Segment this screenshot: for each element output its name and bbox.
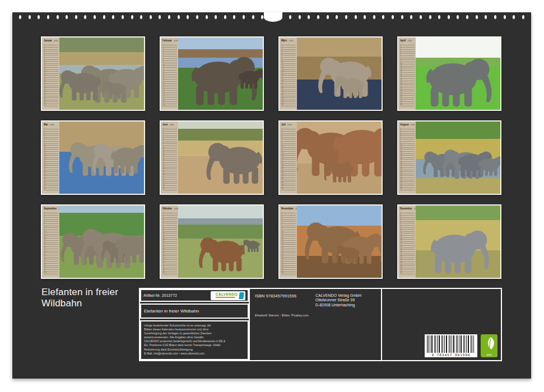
date-lines: 1.2.3.4.5.6.7.8.9.10.11.12.13.14.15.16.1… <box>281 128 296 190</box>
date-column: November 2026 1.2.3.4.5.6.7.8.9.10.11.12… <box>280 206 297 278</box>
month-card-januar: Januar 2026 1.2.3.4.5.6.7.8.9.10.11.12.1… <box>41 36 145 111</box>
month-year: 2026 <box>174 208 178 210</box>
month-photo <box>416 206 500 278</box>
binding-hole <box>94 15 96 19</box>
elephant-icon <box>199 237 245 271</box>
binding-hole <box>410 15 412 19</box>
leaf-icon <box>483 336 495 353</box>
binding-hole <box>345 15 347 19</box>
elephant-silhouettes <box>297 122 382 194</box>
binding-hole <box>196 15 198 19</box>
date-line: 27. <box>162 102 177 104</box>
date-line: 28. <box>162 104 177 106</box>
month-photo <box>416 122 500 194</box>
month-title: Mai 2026 <box>44 124 58 127</box>
binding-hole <box>420 15 422 19</box>
date-line: 12. <box>162 68 177 70</box>
binding-hole <box>131 15 133 19</box>
date-line: 13. <box>162 71 177 72</box>
month-year: 2026 <box>287 124 292 126</box>
elephant-silhouettes <box>297 206 382 278</box>
binding-hole <box>494 15 496 19</box>
elephant-silhouettes <box>59 206 144 278</box>
date-line: 31. <box>281 104 296 106</box>
month-name: Januar <box>44 39 53 42</box>
info-left-column: Artikel-Nr. 2013772 CALVENDO Elefanten i… <box>140 289 249 360</box>
date-line: 30. <box>44 272 58 274</box>
binding-hole <box>522 15 524 19</box>
binding-hole <box>47 15 49 19</box>
binding-hole <box>159 15 161 19</box>
month-title: Oktober 2026 <box>162 208 177 211</box>
date-lines: 1.2.3.4.5.6.7.8.9.10.11.12.13.14.15.16.1… <box>162 44 177 106</box>
month-title: April 2026 <box>400 40 415 43</box>
date-column: September 2026 1.2.3.4.5.6.7.8.9.10.11.1… <box>42 206 59 278</box>
date-lines: 1.2.3.4.5.6.7.8.9.10.11.12.13.14.15.16.1… <box>44 128 58 190</box>
binding-hole <box>261 15 263 19</box>
product-info-box: Artikel-Nr. 2013772 CALVENDO Elefanten i… <box>139 288 502 361</box>
month-name: März <box>281 39 288 42</box>
info-right-column: 9 783457 991596 eco <box>382 289 501 360</box>
publisher-street: Ottobrunner Straße 39 <box>315 298 355 302</box>
elephant-silhouettes <box>416 122 500 194</box>
month-year: 2026 <box>50 124 54 126</box>
date-line: 31. <box>400 272 415 274</box>
month-photo <box>297 206 382 278</box>
date-line: 30. <box>281 272 296 274</box>
date-lines: 1.2.3.4.5.6.7.8.9.10.11.12.13.14.15.16.1… <box>400 44 415 106</box>
month-name: September <box>44 207 58 210</box>
month-photo <box>297 122 382 194</box>
month-title: November 2026 <box>281 208 296 211</box>
date-column: Juni 2026 1.2.3.4.5.6.7.8.9.10.11.12.13.… <box>161 122 178 194</box>
binding-hole <box>373 15 375 19</box>
binding-hole <box>513 15 515 19</box>
month-title: Dezember 2026 <box>400 208 415 211</box>
month-card-juni: Juni 2026 1.2.3.4.5.6.7.8.9.10.11.12.13.… <box>160 120 264 195</box>
date-line: 1. <box>162 44 177 45</box>
binding-hole <box>233 15 235 19</box>
binding-hole <box>299 15 301 19</box>
elephant-icon <box>426 59 491 107</box>
date-line: 11. <box>162 66 177 68</box>
month-year: 2026 <box>170 124 174 126</box>
binding-hole <box>504 15 506 19</box>
date-column: März 2026 1.2.3.4.5.6.7.8.9.10.11.12.13.… <box>280 38 297 110</box>
binding-hole <box>448 15 450 19</box>
month-photo <box>178 122 263 194</box>
date-line: 20. <box>162 86 177 88</box>
elephant-silhouettes <box>178 122 263 194</box>
date-line: 14. <box>162 73 177 74</box>
hanger-notch <box>264 12 282 22</box>
binding-hole <box>308 15 310 19</box>
date-line: 16. <box>162 77 177 79</box>
binding-hole <box>485 15 487 19</box>
binding-hole <box>168 15 170 19</box>
binding-hole <box>84 15 86 19</box>
elephant-icon <box>431 231 489 273</box>
elephant-silhouettes <box>297 38 382 110</box>
month-photo <box>297 38 382 110</box>
binding-hole <box>66 15 68 19</box>
binding-hole <box>187 15 189 19</box>
month-title: Juni 2026 <box>162 124 177 127</box>
date-line: 8. <box>162 59 177 61</box>
binding-hole <box>355 15 357 19</box>
month-name: Mai <box>44 123 49 126</box>
barcode-bars <box>427 335 475 353</box>
month-year: 2026 <box>289 40 294 42</box>
date-lines: 1.2.3.4.5.6.7.8.9.10.11.12.13.14.15.16.1… <box>44 44 58 106</box>
binding-hole <box>243 15 245 19</box>
month-card-august: August 2026 1.2.3.4.5.6.7.8.9.10.11.12.1… <box>397 120 501 195</box>
month-title: März 2026 <box>281 40 296 43</box>
date-lines: 1.2.3.4.5.6.7.8.9.10.11.12.13.14.15.16.1… <box>162 212 177 274</box>
date-line: 2. <box>162 46 177 48</box>
binding-hole <box>122 15 124 19</box>
month-card-mai: Mai 2026 1.2.3.4.5.6.7.8.9.10.11.12.13.1… <box>41 120 145 195</box>
binding-hole <box>252 15 254 19</box>
date-lines: 1.2.3.4.5.6.7.8.9.10.11.12.13.14.15.16.1… <box>44 212 58 274</box>
date-column: Juli 2026 1.2.3.4.5.6.7.8.9.10.11.12.13.… <box>280 122 297 194</box>
month-photo <box>178 206 263 278</box>
month-photo <box>59 38 144 110</box>
binding-hole <box>57 15 59 19</box>
date-column: Januar 2026 1.2.3.4.5.6.7.8.9.10.11.12.1… <box>42 38 59 110</box>
